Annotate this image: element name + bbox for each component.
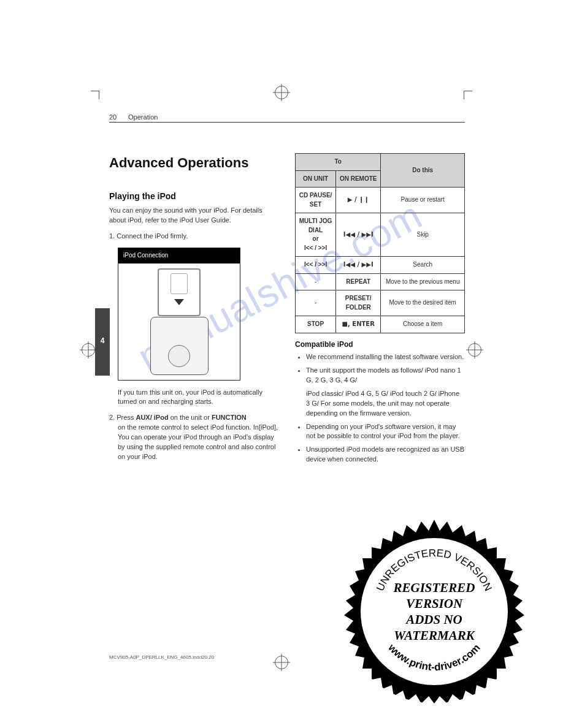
intro-text: You can enjoy the sound with your iPod. … xyxy=(109,206,279,226)
chapter-side-tab: 4 Operation xyxy=(95,308,110,376)
cell-remote: ■, ENTER xyxy=(342,320,375,327)
th-remote: ON REMOTE xyxy=(336,170,381,188)
section-heading: Playing the iPod xyxy=(109,190,279,202)
page-header: 20 Operation xyxy=(109,113,465,123)
ipod-icon xyxy=(158,268,201,316)
table-row: CD PAUSE/ SET ▶ / ❙❙ Pause or restart xyxy=(296,188,465,213)
cell-do: Pause or restart xyxy=(381,188,465,213)
cell-do: Skip xyxy=(381,213,465,257)
compat-list: We recommend installing the latest softw… xyxy=(295,352,465,385)
crop-mark xyxy=(464,91,464,99)
registration-mark-icon xyxy=(468,343,481,357)
cell-unit: CD PAUSE/ SET xyxy=(299,192,332,208)
watermark-stamp: UNREGISTERED VERSION www.print-driver.co… xyxy=(342,520,526,703)
cell-unit: I<< / >>I xyxy=(304,261,327,268)
cell-remote: I◀◀ / ▶▶I xyxy=(343,231,373,238)
stamp-center-text: REGISTERED VERSION ADDS NO WATERMARK xyxy=(370,548,498,675)
step-number: 1. xyxy=(109,232,115,240)
ipod-screen-icon xyxy=(170,273,188,294)
list-item: We recommend installing the latest softw… xyxy=(306,352,465,362)
text: Press xyxy=(117,414,136,421)
list-item-continued: iPod classic/ iPod 4 G, 5 G/ iPod touch … xyxy=(295,389,465,419)
th-do: Do this xyxy=(381,154,465,188)
chapter-label: Operation xyxy=(83,349,89,376)
audio-unit-icon xyxy=(150,317,209,375)
stamp-line: ADDS NO xyxy=(406,612,462,628)
page-title: Advanced Operations xyxy=(109,153,279,173)
text-bold: FUNCTION xyxy=(212,414,247,421)
list-item: Depending on your iPod's software versio… xyxy=(306,422,465,442)
compat-heading: Compatible iPod xyxy=(295,339,465,350)
table-row: - REPEAT Move to the previous menu xyxy=(296,273,465,290)
cell-unit: MULTI JOG DIAL or I<< / >>I xyxy=(299,218,332,251)
step2-text: Press AUX/ iPod on the unit or FUNCTION xyxy=(117,414,247,421)
cell-remote: PRESET/ FOLDER xyxy=(345,295,372,311)
ipod-connection-figure: iPod Connection xyxy=(118,248,240,381)
controls-table: To Do this ON UNIT ON REMOTE CD PAUSE/ S… xyxy=(295,153,465,333)
cell-unit: - xyxy=(296,273,336,290)
left-column: Advanced Operations Playing the iPod You… xyxy=(109,153,279,468)
cell-do: Move to the desired item xyxy=(381,290,465,316)
cell-unit: STOP xyxy=(307,320,324,327)
cell-remote: I◀◀ / ▶▶I xyxy=(343,261,373,268)
jog-dial-icon xyxy=(168,345,190,367)
table-row: STOP ■, ENTER Choose a item xyxy=(296,316,465,333)
footer-filename: MCV905-A0P_DPERLLK_ENG_4605.indd20 20 xyxy=(109,654,214,660)
page-content: 20 Operation Advanced Operations Playing… xyxy=(109,113,465,468)
crop-mark xyxy=(91,91,99,91)
figure-caption: iPod Connection xyxy=(118,248,240,264)
after-figure-text: If you turn this unit on, your iPod is a… xyxy=(118,388,279,408)
step-text: Connect the iPod firmly. xyxy=(117,232,188,240)
step-number: 2. xyxy=(109,414,115,421)
crop-mark xyxy=(464,91,472,91)
list-item: Unsupported iPod models are recognized a… xyxy=(306,445,465,464)
registration-mark-icon xyxy=(275,86,288,99)
cell-do: Search xyxy=(381,257,465,274)
cell-do: Move to the previous menu xyxy=(381,273,465,290)
chapter-number: 4 xyxy=(95,336,110,345)
stamp-line: VERSION xyxy=(406,596,462,612)
list-item: The unit support the models as follows/ … xyxy=(306,366,465,385)
text-bold: AUX/ iPod xyxy=(136,414,168,421)
text: on the unit or xyxy=(169,414,212,421)
down-arrow-icon xyxy=(174,299,184,305)
th-unit: ON UNIT xyxy=(296,170,336,188)
page-number: 20 xyxy=(109,113,126,121)
cell-unit: - xyxy=(296,290,336,316)
cell-remote: ▶ / ❙❙ xyxy=(348,196,369,203)
figure-body xyxy=(118,264,240,380)
page-section: Operation xyxy=(128,113,158,121)
cell-remote: REPEAT xyxy=(346,278,370,285)
table-row: MULTI JOG DIAL or I<< / >>I I◀◀ / ▶▶I Sk… xyxy=(296,213,465,257)
table-row: I<< / >>I I◀◀ / ▶▶I Search xyxy=(296,257,465,274)
th-to: To xyxy=(296,154,381,171)
cell-do: Choose a item xyxy=(381,316,465,333)
step2-continued: on the remote control to select iPod fun… xyxy=(109,423,279,462)
crop-mark xyxy=(99,91,99,99)
stamp-line: WATERMARK xyxy=(394,628,475,643)
stamp-line: REGISTERED xyxy=(393,580,475,596)
right-column: To Do this ON UNIT ON REMOTE CD PAUSE/ S… xyxy=(295,153,465,468)
registration-mark-icon xyxy=(275,656,288,669)
compat-list: Depending on your iPod's software versio… xyxy=(295,422,465,465)
table-row: - PRESET/ FOLDER Move to the desired ite… xyxy=(296,290,465,316)
